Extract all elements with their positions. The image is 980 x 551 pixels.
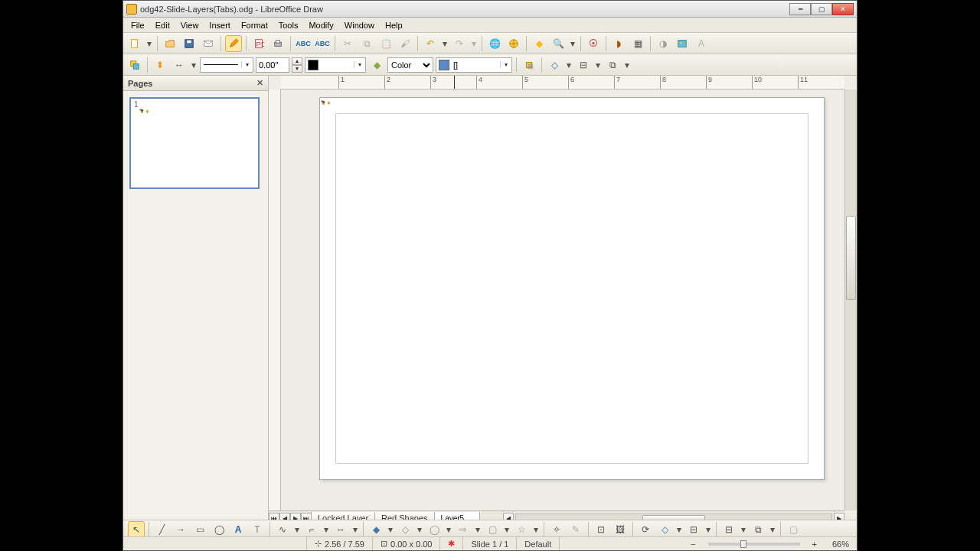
menu-view[interactable]: View bbox=[176, 19, 204, 31]
insert-page-tool[interactable]: ▢ bbox=[785, 521, 802, 538]
connector-dropdown-icon[interactable]: ▾ bbox=[322, 521, 330, 538]
connector-tool[interactable]: ⌐ bbox=[303, 521, 320, 538]
effects-tool[interactable]: ◇ bbox=[656, 521, 673, 538]
green-circle-shape[interactable] bbox=[322, 103, 325, 105]
new-button[interactable] bbox=[126, 35, 143, 52]
menu-tools[interactable]: Tools bbox=[274, 19, 303, 31]
block-arrows-dropdown-icon[interactable]: ▾ bbox=[445, 521, 452, 538]
vertical-ruler[interactable] bbox=[269, 90, 281, 510]
glue-points-tool[interactable]: ✎ bbox=[567, 521, 584, 538]
fill-type-select[interactable]: Color bbox=[387, 57, 433, 73]
format-paintbrush-button[interactable]: 🖌 bbox=[397, 35, 413, 52]
spellcheck-button[interactable]: ABC bbox=[295, 35, 312, 52]
arrow-tool[interactable]: → bbox=[172, 521, 189, 538]
canvas-viewport[interactable] bbox=[281, 90, 844, 510]
callout-tool[interactable]: ▢ bbox=[484, 521, 501, 538]
callout-dropdown-icon[interactable]: ▾ bbox=[503, 521, 511, 538]
paste-button[interactable]: 📋 bbox=[377, 35, 394, 52]
area-button[interactable]: ◆ bbox=[368, 57, 385, 73]
copy-button[interactable]: ⧉ bbox=[358, 35, 375, 52]
select-tool[interactable]: ↖ bbox=[128, 521, 145, 538]
distribute-dropdown-icon[interactable]: ▾ bbox=[623, 57, 631, 73]
line-style-button[interactable]: ⬍ bbox=[152, 57, 168, 73]
basic-shapes-tool[interactable]: ◆ bbox=[368, 521, 384, 538]
maximize-button[interactable]: ▢ bbox=[811, 3, 832, 15]
print-button[interactable] bbox=[270, 35, 286, 52]
text-tool[interactable]: A bbox=[230, 521, 247, 538]
line-tool[interactable]: ╱ bbox=[153, 521, 170, 538]
close-button[interactable]: ✕ bbox=[832, 3, 854, 15]
status-style[interactable]: Default bbox=[517, 537, 560, 550]
extrude-button[interactable]: ◗ bbox=[610, 35, 627, 52]
position-dropdown-icon[interactable]: ▾ bbox=[769, 521, 776, 538]
points-edit-tool[interactable]: ✧ bbox=[548, 521, 565, 538]
vertical-scrollbar[interactable] bbox=[844, 90, 857, 510]
line-width-up[interactable]: ▴ bbox=[292, 57, 302, 65]
redo-dropdown-icon[interactable]: ▾ bbox=[470, 35, 478, 52]
ellipse-tool[interactable]: ◯ bbox=[211, 521, 227, 538]
shapes-button[interactable]: ◆ bbox=[531, 35, 547, 52]
block-arrows-tool[interactable]: ◯ bbox=[426, 521, 443, 538]
arrange-dropdown-icon[interactable]: ▾ bbox=[740, 521, 747, 538]
align-dropdown-icon[interactable]: ▾ bbox=[594, 57, 602, 73]
lines-arrows-dropdown-icon[interactable]: ▾ bbox=[351, 521, 359, 538]
arrange-tool[interactable]: ⊟ bbox=[720, 521, 737, 538]
curve-dropdown-icon[interactable]: ▾ bbox=[293, 521, 301, 538]
menu-modify[interactable]: Modify bbox=[304, 19, 338, 31]
lines-arrows-tool[interactable]: ↔ bbox=[332, 521, 349, 538]
align-button[interactable]: ⊟ bbox=[575, 57, 592, 73]
menu-help[interactable]: Help bbox=[381, 19, 407, 31]
menu-file[interactable]: File bbox=[126, 19, 149, 31]
position-tool[interactable]: ⧉ bbox=[750, 521, 766, 538]
undo-button[interactable]: ↶ bbox=[422, 35, 439, 52]
basic-shapes-dropdown-icon[interactable]: ▾ bbox=[387, 521, 394, 538]
zoom-dropdown-icon[interactable]: ▾ bbox=[569, 35, 577, 52]
line-color-select[interactable]: ▾ bbox=[305, 57, 366, 73]
zoom-button[interactable]: 🔍 bbox=[550, 35, 567, 52]
zoom-value[interactable]: 66% bbox=[825, 537, 857, 550]
edit-mode-button[interactable] bbox=[225, 35, 242, 52]
rotate-tool[interactable]: ⟳ bbox=[637, 521, 654, 538]
star-dropdown-icon[interactable]: ▾ bbox=[532, 521, 540, 538]
symbol-shapes-tool[interactable]: ◇ bbox=[397, 521, 413, 538]
cut-button[interactable]: ✂ bbox=[339, 35, 356, 52]
arrange-button[interactable] bbox=[126, 57, 143, 73]
redo-button[interactable]: ↷ bbox=[451, 35, 468, 52]
menu-window[interactable]: Window bbox=[340, 19, 379, 31]
new-dropdown-icon[interactable]: ▾ bbox=[145, 35, 153, 52]
page-thumbnail[interactable]: 1 bbox=[129, 97, 260, 189]
open-button[interactable] bbox=[162, 35, 178, 52]
flowchart-tool[interactable]: ⇨ bbox=[455, 521, 472, 538]
shadow-button[interactable] bbox=[521, 57, 537, 73]
zoom-out-button[interactable]: − bbox=[683, 537, 703, 550]
hyperlink-button[interactable]: 🌐 bbox=[486, 35, 503, 52]
distribute-button[interactable]: ⧉ bbox=[604, 57, 621, 73]
fill-color-select[interactable]: [] ▾ bbox=[436, 57, 512, 73]
arrow-style-dropdown-icon[interactable]: ▾ bbox=[190, 57, 198, 73]
grid-button[interactable]: ▦ bbox=[629, 35, 646, 52]
effects-dropdown-icon[interactable]: ▾ bbox=[675, 521, 683, 538]
minimize-button[interactable]: ━ bbox=[789, 3, 811, 15]
export-pdf-button[interactable]: PDF bbox=[250, 35, 267, 52]
line-width-input[interactable] bbox=[256, 57, 289, 73]
snap-button[interactable]: ◇ bbox=[546, 57, 563, 73]
arrow-style-button[interactable]: ↔ bbox=[171, 57, 188, 73]
email-button[interactable] bbox=[200, 35, 217, 52]
save-button[interactable] bbox=[181, 35, 198, 52]
to-curve-tool[interactable]: ⊡ bbox=[593, 521, 609, 538]
from-file-tool[interactable]: 🖼 bbox=[612, 521, 629, 538]
zoom-slider[interactable] bbox=[708, 543, 800, 546]
curve-tool[interactable]: ∿ bbox=[274, 521, 291, 538]
line-style-select[interactable]: ▾ bbox=[200, 57, 253, 73]
menu-format[interactable]: Format bbox=[237, 19, 273, 31]
flowchart-dropdown-icon[interactable]: ▾ bbox=[474, 521, 482, 538]
undo-dropdown-icon[interactable]: ▾ bbox=[441, 35, 449, 52]
line-width-down[interactable]: ▾ bbox=[292, 65, 302, 73]
menu-insert[interactable]: Insert bbox=[204, 19, 235, 31]
symbol-shapes-dropdown-icon[interactable]: ▾ bbox=[416, 521, 423, 538]
zoom-in-button[interactable]: + bbox=[805, 537, 825, 550]
help-button[interactable]: ⦿ bbox=[585, 35, 602, 52]
menu-edit[interactable]: Edit bbox=[151, 19, 175, 31]
orange-diamond-shape[interactable] bbox=[328, 101, 330, 105]
gallery-button[interactable] bbox=[674, 35, 691, 52]
